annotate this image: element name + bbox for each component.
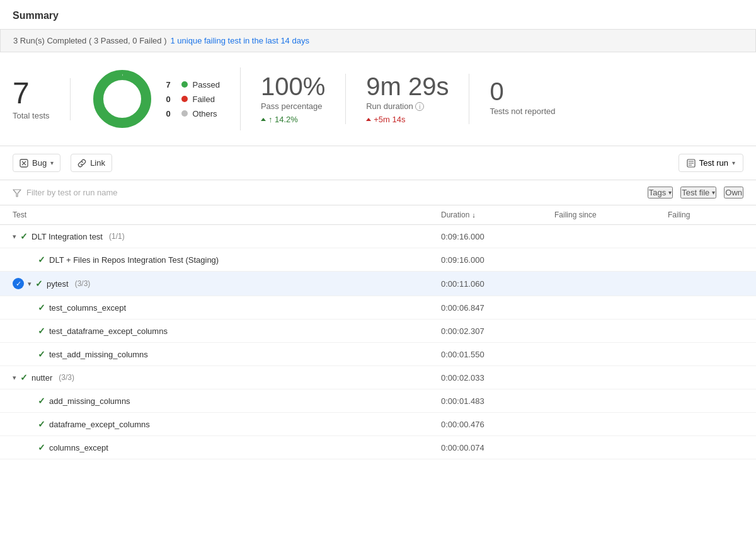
filter-bar: Filter by test or run name Tags ▾ Test f… xyxy=(0,180,756,205)
bug-chevron: ▾ xyxy=(50,159,54,166)
run-duration-value: 9m 29s xyxy=(366,74,449,99)
test-count: (3/3) xyxy=(75,279,91,288)
legend-passed: 7 Passed xyxy=(166,80,220,89)
banner-link[interactable]: 1 unique failing test in the last 14 day… xyxy=(171,36,309,45)
test-name-cell: ✓ DLT + Files in Repos Integration Test … xyxy=(38,255,441,265)
duration-cell: 0:00:00.476 xyxy=(441,420,554,429)
stats-section: 7 Total tests 7 Passed xyxy=(0,52,756,146)
svg-marker-10 xyxy=(13,190,21,197)
pass-percentage-trend: ↑ 14.2% xyxy=(261,115,325,124)
test-run-button[interactable]: Test run ▾ xyxy=(679,154,743,172)
svg-point-1 xyxy=(105,81,140,117)
test-name-cell: ✓ test_add_missing_columns xyxy=(38,349,441,359)
donut-chart xyxy=(91,67,154,130)
owner-button[interactable]: Own xyxy=(724,187,743,199)
expand-icon[interactable]: ▾ xyxy=(13,374,16,382)
passed-label: Passed xyxy=(193,80,220,89)
filter-icon xyxy=(13,188,21,197)
duration-cell: 0:00:00.074 xyxy=(441,443,554,452)
expand-icon[interactable]: ▾ xyxy=(13,233,16,241)
pass-percentage-value: 100% xyxy=(261,74,325,99)
tags-label: Tags xyxy=(649,188,666,197)
link-icon xyxy=(77,159,86,168)
pass-percentage-block: 100% Pass percentage ↑ 14.2% xyxy=(261,74,346,124)
test-file-chevron: ▾ xyxy=(712,189,715,196)
bug-label: Bug xyxy=(32,158,47,168)
test-name-cell: ✓ ▾ ✓ pytest (3/3) xyxy=(13,278,441,289)
duration-cell: 0:09:16.000 xyxy=(441,255,554,265)
test-count: (1/1) xyxy=(109,232,125,241)
info-icon: i xyxy=(415,102,424,111)
col-header-failing-since: Failing since xyxy=(554,210,668,219)
check-icon: ✓ xyxy=(35,279,43,289)
col-header-failing: Failing xyxy=(668,210,743,219)
table-row[interactable]: ✓ ▾ ✓ pytest (3/3) 0:00:11.060 xyxy=(0,272,756,296)
duration-cell: 0:00:11.060 xyxy=(441,279,554,289)
not-reported-block: 0 Tests not reported xyxy=(490,79,575,120)
table-row[interactable]: ✓ dataframe_except_columns 0:00:00.476 xyxy=(0,413,756,436)
run-duration-trend: +5m 14s xyxy=(366,115,449,124)
test-run-chevron: ▾ xyxy=(732,159,735,166)
owner-label: Own xyxy=(725,188,742,197)
toolbar: Bug ▾ Link Test run ▾ xyxy=(0,146,756,180)
tags-button[interactable]: Tags ▾ xyxy=(648,187,673,199)
total-tests-block: 7 Total tests xyxy=(13,78,71,120)
filter-placeholder: Filter by test or run name xyxy=(26,188,118,197)
check-icon: ✓ xyxy=(38,326,45,336)
test-name-text: test_dataframe_except_columns xyxy=(49,326,168,336)
test-file-button[interactable]: Test file ▾ xyxy=(680,187,716,199)
test-name-cell: ✓ dataframe_except_columns xyxy=(38,419,441,429)
link-button[interactable]: Link xyxy=(71,154,112,172)
duration-cell: 0:00:06.847 xyxy=(441,303,554,313)
check-icon: ✓ xyxy=(38,302,45,313)
passed-dot xyxy=(181,81,188,88)
table-row[interactable]: ▾ ✓ nutter (3/3) 0:00:02.033 xyxy=(0,366,756,389)
check-icon: ✓ xyxy=(20,231,28,241)
total-tests-label: Total tests xyxy=(13,111,50,120)
test-name-text: pytest xyxy=(47,279,69,289)
duration-cell: 0:00:02.307 xyxy=(441,326,554,336)
table-row[interactable]: ✓ test_columns_except 0:00:06.847 xyxy=(0,296,756,320)
test-name-cell: ✓ add_missing_columns xyxy=(38,396,441,406)
others-label: Others xyxy=(193,109,217,118)
page-title: Summary xyxy=(0,0,756,29)
test-name-text: test_columns_except xyxy=(49,303,126,313)
test-name-cell: ✓ columns_except xyxy=(38,442,441,452)
test-name-text: nutter xyxy=(32,373,52,383)
table-row[interactable]: ✓ add_missing_columns 0:00:01.483 xyxy=(0,389,756,413)
page: Summary 3 Run(s) Completed ( 3 Passed, 0… xyxy=(0,0,756,547)
tags-chevron: ▾ xyxy=(668,189,672,196)
duration-header-text: Duration xyxy=(441,210,469,219)
failed-label: Failed xyxy=(193,95,215,104)
pass-trend-value: ↑ 14.2% xyxy=(268,115,298,124)
duration-cell: 0:00:01.550 xyxy=(441,350,554,359)
test-name-cell: ✓ test_columns_except xyxy=(38,302,441,313)
donut-section: 7 Passed 0 Failed 0 Others xyxy=(91,67,241,130)
pass-percentage-label: Pass percentage xyxy=(261,101,325,111)
passed-count: 7 xyxy=(166,80,176,89)
test-name-text: add_missing_columns xyxy=(49,396,130,406)
test-run-label: Test run xyxy=(699,158,728,168)
expand-icon[interactable]: ▾ xyxy=(28,280,32,288)
table-row[interactable]: ✓ test_dataframe_except_columns 0:00:02.… xyxy=(0,320,756,343)
legend-failed: 0 Failed xyxy=(166,95,220,104)
test-name-cell: ✓ test_dataframe_except_columns xyxy=(38,326,441,336)
run-duration-block: 9m 29s Run duration i +5m 14s xyxy=(366,74,469,125)
test-name-text: dataframe_except_columns xyxy=(49,420,150,429)
toolbar-right: Test run ▾ xyxy=(679,154,743,172)
total-tests-number: 7 xyxy=(13,78,50,108)
col-header-duration: Duration ↓ xyxy=(441,210,554,219)
duration-cell: 0:00:01.483 xyxy=(441,396,554,406)
table-row[interactable]: ✓ columns_except 0:00:00.074 xyxy=(0,436,756,459)
filter-input-wrapper[interactable]: Filter by test or run name xyxy=(13,188,648,197)
table-row[interactable]: ✓ DLT + Files in Repos Integration Test … xyxy=(0,248,756,272)
table-row[interactable]: ✓ test_add_missing_columns 0:00:01.550 xyxy=(0,343,756,366)
chart-legend: 7 Passed 0 Failed 0 Others xyxy=(166,80,220,118)
test-run-icon xyxy=(687,159,696,168)
check-icon: ✓ xyxy=(38,349,45,359)
check-icon: ✓ xyxy=(38,442,45,452)
others-count: 0 xyxy=(166,109,176,118)
table-row[interactable]: ▾ ✓ DLT Integration test (1/1) 0:09:16.0… xyxy=(0,225,756,248)
test-name-text: test_add_missing_columns xyxy=(49,350,148,359)
bug-button[interactable]: Bug ▾ xyxy=(13,154,60,172)
